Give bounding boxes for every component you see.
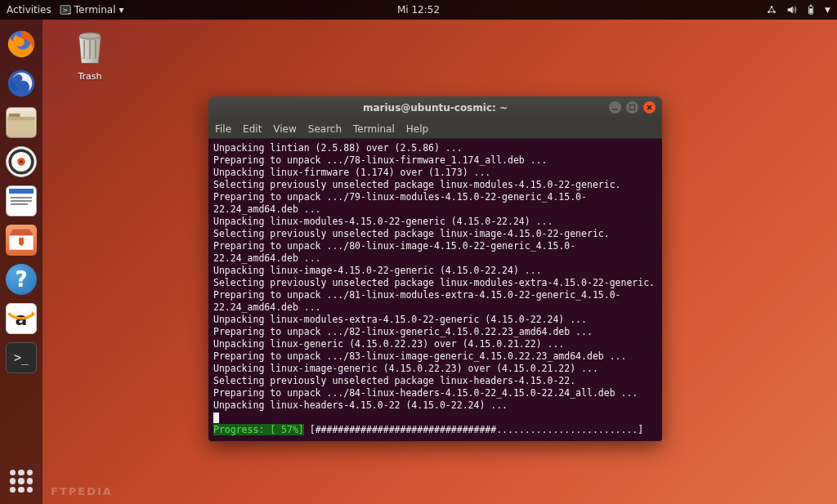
window-minimize-button[interactable] — [609, 101, 621, 114]
svg-rect-18 — [612, 109, 618, 110]
active-app-label: Terminal — [74, 4, 116, 16]
files-icon[interactable] — [3, 105, 39, 140]
terminal-cursor — [213, 413, 219, 423]
svg-rect-7 — [809, 8, 812, 13]
terminal-indicator-icon: >_ — [60, 4, 71, 16]
progress-bar: [################################.......… — [310, 424, 644, 435]
menu-file[interactable]: File — [215, 123, 231, 135]
terminal-window: marius@ubuntu-cosmic: ~ File Edit View S… — [208, 96, 662, 441]
chevron-down-icon: ▾ — [119, 4, 123, 16]
trash-label: Trash — [65, 71, 114, 82]
dock-launcher: ? a >_ — [0, 20, 43, 504]
progress-label: Progress: [ 57%] — [213, 424, 304, 435]
svg-rect-12 — [7, 117, 34, 120]
terminal-icon[interactable]: >_ — [3, 340, 39, 376]
software-icon[interactable] — [3, 222, 39, 258]
thunderbird-icon[interactable] — [3, 65, 39, 101]
network-icon[interactable] — [766, 4, 777, 16]
trash-desktop-icon[interactable]: Trash — [65, 28, 114, 82]
clock[interactable]: Mi 12:52 — [397, 4, 440, 16]
menu-help[interactable]: Help — [406, 123, 428, 135]
battery-icon[interactable] — [805, 4, 817, 16]
menu-edit[interactable]: Edit — [243, 123, 262, 135]
svg-rect-6 — [810, 5, 812, 7]
svg-point-17 — [79, 33, 101, 39]
rhythmbox-icon[interactable] — [3, 144, 39, 180]
terminal-output[interactable]: Unpacking lintian (2.5.88) over (2.5.86)… — [208, 139, 662, 441]
trash-icon — [73, 28, 107, 65]
watermark-text: FTPEDIA — [51, 485, 113, 497]
activities-button[interactable]: Activities — [7, 4, 51, 16]
chevron-down-icon[interactable]: ▼ — [825, 6, 830, 14]
menu-view[interactable]: View — [273, 123, 296, 135]
window-title: marius@ubuntu-cosmic: ~ — [363, 102, 508, 114]
firefox-icon[interactable] — [3, 26, 39, 62]
window-maximize-button[interactable] — [626, 101, 638, 114]
volume-icon[interactable] — [786, 4, 797, 16]
show-applications-button[interactable] — [10, 470, 33, 493]
active-app-indicator[interactable]: >_ Terminal ▾ — [60, 4, 124, 16]
menu-search[interactable]: Search — [308, 123, 342, 135]
writer-icon[interactable] — [3, 183, 39, 219]
terminal-menubar: File Edit View Search Terminal Help — [208, 119, 662, 139]
top-menu-bar: Activities >_ Terminal ▾ Mi 12:52 ▼ — [0, 0, 837, 20]
help-icon[interactable]: ? — [3, 261, 39, 297]
svg-rect-19 — [630, 105, 635, 110]
window-titlebar[interactable]: marius@ubuntu-cosmic: ~ — [208, 96, 662, 119]
menu-terminal[interactable]: Terminal — [353, 123, 395, 135]
svg-point-16 — [20, 160, 23, 163]
svg-text:>_: >_ — [62, 7, 71, 14]
amazon-icon[interactable]: a — [3, 301, 39, 337]
window-close-button[interactable] — [643, 101, 656, 114]
